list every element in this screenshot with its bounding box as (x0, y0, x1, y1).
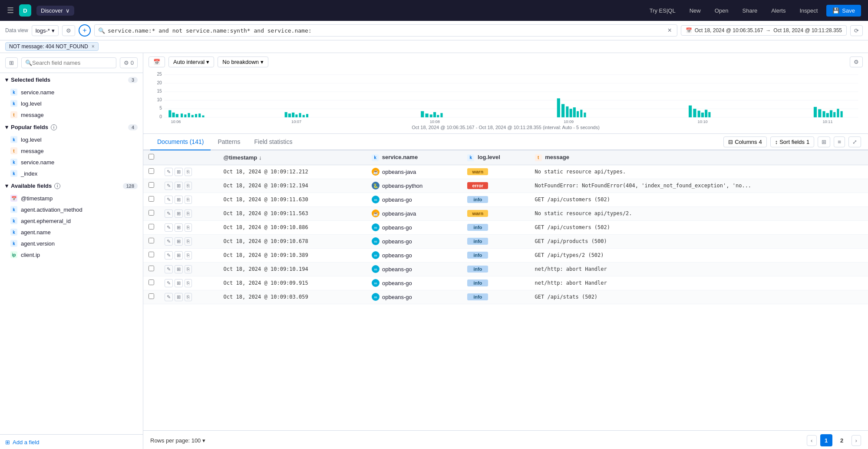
available-field-timestamp[interactable]: 📅 @timestamp (0, 193, 143, 204)
expand-row-button[interactable]: ✎ (165, 196, 173, 204)
row-checkbox-cell[interactable] (143, 165, 159, 179)
popular-field-service-name[interactable]: k service.name (0, 156, 143, 168)
expand-row-button[interactable]: ✎ (165, 279, 173, 287)
next-page-button[interactable]: › (851, 435, 861, 446)
filter-options-button[interactable]: ⚙ (62, 25, 75, 36)
select-all-header[interactable] (143, 150, 159, 165)
expand-row-button[interactable]: ✎ (165, 251, 173, 259)
log-level-header[interactable]: k log.level (462, 150, 529, 165)
available-field-agent-version[interactable]: k agent.version (0, 238, 143, 249)
copy-doc-button[interactable]: ⎘ (185, 237, 192, 246)
hamburger-icon[interactable]: ☰ (7, 6, 14, 15)
popular-field-log-level[interactable]: k log.level (0, 134, 143, 145)
calendar-icon-button[interactable]: 📅 (149, 57, 165, 67)
share-button[interactable]: Share (737, 5, 763, 17)
open-button[interactable]: Open (710, 5, 734, 17)
columns-button[interactable]: ⊟ Columns 4 (723, 136, 767, 147)
view-doc-button[interactable]: ⊞ (175, 168, 183, 176)
popular-field-message[interactable]: t message (0, 145, 143, 156)
view-doc-button[interactable]: ⊞ (175, 265, 183, 273)
expand-row-button[interactable]: ✎ (165, 168, 173, 176)
sort-fields-button[interactable]: ↕ Sort fields 1 (770, 136, 815, 147)
available-field-client-ip[interactable]: ip client.ip (0, 249, 143, 260)
full-screen-button[interactable]: ⤢ (848, 136, 861, 147)
copy-doc-button[interactable]: ⎘ (185, 293, 192, 301)
view-doc-button[interactable]: ⊞ (175, 182, 183, 190)
selected-field-service-name[interactable]: k service.name (0, 86, 143, 98)
page-1-button[interactable]: 1 (820, 434, 832, 446)
row-checkbox-cell[interactable] (143, 206, 159, 220)
row-checkbox-cell[interactable] (143, 276, 159, 290)
add-filter-button[interactable]: + (79, 24, 91, 37)
expand-row-button[interactable]: ✎ (165, 182, 173, 190)
selected-field-log-level[interactable]: k log.level (0, 98, 143, 109)
expand-row-button[interactable]: ✎ (165, 237, 173, 246)
sidebar-search-input[interactable] (32, 60, 112, 66)
copy-doc-button[interactable]: ⎘ (185, 182, 192, 190)
tab-field-statistics[interactable]: Field statistics (248, 134, 300, 150)
row-checkbox[interactable] (149, 168, 154, 174)
copy-doc-button[interactable]: ⎘ (185, 223, 192, 232)
view-doc-button[interactable]: ⊞ (175, 223, 183, 232)
row-checkbox[interactable] (149, 293, 154, 299)
save-button[interactable]: 💾 Save (826, 5, 861, 17)
tab-patterns[interactable]: Patterns (211, 134, 247, 150)
row-height-button[interactable]: ≡ (834, 136, 845, 147)
view-doc-button[interactable]: ⊞ (175, 293, 183, 301)
select-all-checkbox[interactable] (149, 154, 154, 160)
row-checkbox-cell[interactable] (143, 193, 159, 206)
row-checkbox-cell[interactable] (143, 262, 159, 276)
copy-doc-button[interactable]: ⎘ (185, 279, 192, 287)
expand-row-button[interactable]: ✎ (165, 265, 173, 273)
selected-fields-section-header[interactable]: ▾ Selected fields 3 (0, 73, 143, 86)
data-view-selector[interactable]: logs-* ▾ (32, 25, 59, 36)
rows-per-page[interactable]: Rows per page: 100 ▾ (150, 437, 205, 444)
view-doc-button[interactable]: ⊞ (175, 251, 183, 259)
row-checkbox[interactable] (149, 238, 154, 243)
row-checkbox-cell[interactable] (143, 290, 159, 304)
copy-doc-button[interactable]: ⎘ (185, 251, 192, 259)
time-picker[interactable]: 📅 Oct 18, 2024 @ 10:06:35.167 → Oct 18, … (681, 25, 847, 36)
row-checkbox-cell[interactable] (143, 234, 159, 248)
sidebar-search-input-wrapper[interactable]: 🔍 (21, 57, 116, 68)
filter-tag[interactable]: NOT message: 404 NOT_FOUND × (5, 42, 99, 51)
sidebar-filter-button[interactable]: ⚙ 0 (120, 57, 138, 68)
row-checkbox[interactable] (149, 266, 154, 271)
copy-doc-button[interactable]: ⎘ (185, 265, 192, 273)
copy-doc-button[interactable]: ⎘ (185, 168, 192, 176)
row-checkbox[interactable] (149, 196, 154, 202)
sidebar-field-toggle-button[interactable]: ⊞ (5, 57, 18, 68)
row-checkbox-cell[interactable] (143, 179, 159, 193)
copy-doc-button[interactable]: ⎘ (185, 196, 192, 204)
popular-fields-info-icon[interactable]: i (51, 124, 57, 130)
available-field-agent-ephemeral[interactable]: k agent.ephemeral_id (0, 215, 143, 226)
available-fields-section-header[interactable]: ▾ Available fields i 128 (0, 179, 143, 193)
row-checkbox-cell[interactable] (143, 248, 159, 262)
add-field-footer[interactable]: ⊞ Add a field (0, 434, 143, 449)
view-doc-button[interactable]: ⊞ (175, 237, 183, 246)
row-checkbox[interactable] (149, 279, 154, 285)
expand-row-button[interactable]: ✎ (165, 210, 173, 218)
expand-row-button[interactable]: ✎ (165, 223, 173, 232)
popular-field-index[interactable]: k _index (0, 168, 143, 179)
message-header[interactable]: t message (530, 150, 868, 165)
alerts-button[interactable]: Alerts (766, 5, 791, 17)
toggle-view-button[interactable]: ⊞ (818, 136, 830, 147)
service-name-header[interactable]: k service.name (366, 150, 462, 165)
page-2-button[interactable]: 2 (836, 434, 848, 446)
view-doc-button[interactable]: ⊞ (175, 196, 183, 204)
row-checkbox[interactable] (149, 224, 154, 229)
expand-row-button[interactable]: ✎ (165, 293, 173, 301)
selected-field-message[interactable]: t message (0, 109, 143, 120)
view-doc-button[interactable]: ⊞ (175, 279, 183, 287)
prev-page-button[interactable]: ‹ (807, 435, 816, 446)
available-field-agent-activation[interactable]: k agent.activation_method (0, 204, 143, 215)
refresh-button[interactable]: ⟳ (850, 25, 863, 36)
app-tab-discover[interactable]: Discover ∨ (36, 6, 74, 16)
query-clear-button[interactable]: × (666, 27, 673, 34)
tab-documents[interactable]: Documents (141) (150, 134, 211, 150)
new-button[interactable]: New (684, 5, 706, 17)
query-bar[interactable]: 🔍 service.name:* and not service.name:sy… (94, 24, 677, 37)
row-checkbox-cell[interactable] (143, 220, 159, 234)
popular-fields-section-header[interactable]: ▾ Popular fields i 4 (0, 120, 143, 134)
